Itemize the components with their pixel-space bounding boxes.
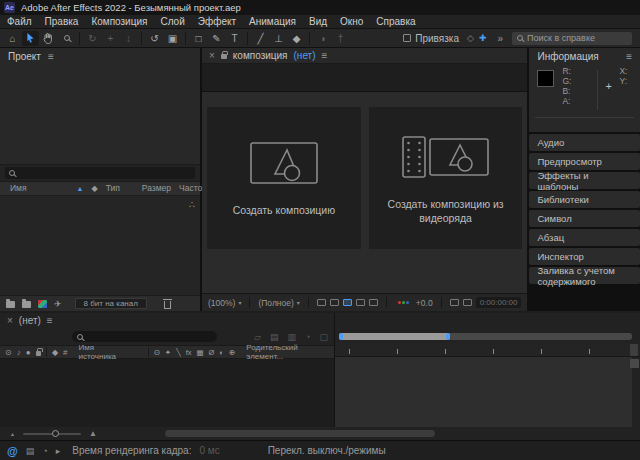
- close-icon[interactable]: ×: [209, 50, 215, 61]
- new-composition-card[interactable]: Создать композицию: [207, 107, 361, 249]
- snap-options-icon[interactable]: ◇: [467, 33, 474, 43]
- solo-icon[interactable]: ●: [26, 348, 31, 357]
- home-icon[interactable]: ⌂: [4, 31, 21, 46]
- menu-animation[interactable]: Анимация: [249, 16, 296, 27]
- quality-switch-icon[interactable]: ╲: [176, 348, 181, 357]
- panel-tab-inspector[interactable]: Инспектор: [529, 248, 640, 265]
- region-of-interest-icon[interactable]: [356, 299, 365, 306]
- timeline-search-input[interactable]: [72, 331, 217, 342]
- info-tab[interactable]: Информация: [537, 51, 598, 62]
- help-search-box[interactable]: [512, 32, 632, 45]
- project-tab[interactable]: Проект: [8, 51, 41, 62]
- 3d-layer-switch-icon[interactable]: ⊕: [229, 348, 235, 357]
- pan-camera-tool-icon[interactable]: +: [102, 31, 119, 46]
- sort-ascending-icon[interactable]: ▲: [77, 185, 84, 192]
- menu-view[interactable]: Вид: [309, 16, 327, 27]
- hand-tool-icon[interactable]: [40, 31, 57, 46]
- frame-blending-icon[interactable]: ◔: [305, 332, 310, 342]
- dolly-camera-tool-icon[interactable]: ↕: [120, 31, 137, 46]
- text-tool-icon[interactable]: T: [226, 31, 243, 46]
- panel-menu-icon[interactable]: ≡: [322, 50, 328, 61]
- label-tag-icon[interactable]: ◆: [92, 184, 98, 193]
- composition-tab-label[interactable]: композиция: [233, 50, 288, 61]
- roto-brush-tool-icon[interactable]: ◑: [314, 31, 331, 46]
- pan-behind-tool-icon[interactable]: ▣: [164, 31, 181, 46]
- menu-effect[interactable]: Эффект: [198, 16, 236, 27]
- rotate-tool-icon[interactable]: ↺: [146, 31, 163, 46]
- zoom-slider-knob[interactable]: [52, 430, 59, 437]
- composition-mini-flowchart-icon[interactable]: ▱: [254, 332, 261, 342]
- label-tag-icon[interactable]: ◆: [52, 348, 58, 357]
- resolution-dropdown[interactable]: (Полное) ▾: [258, 298, 299, 308]
- panel-menu-icon[interactable]: ≡: [47, 315, 53, 326]
- render-graph-icon[interactable]: ▤: [26, 446, 35, 456]
- menu-edit[interactable]: Правка: [45, 16, 79, 27]
- work-area-segment[interactable]: [339, 333, 450, 340]
- vertical-scrollbar[interactable]: [630, 344, 638, 356]
- new-composition-icon[interactable]: [38, 300, 47, 308]
- safe-margins-icon[interactable]: [317, 299, 326, 306]
- close-icon[interactable]: ×: [7, 315, 13, 326]
- menu-composition[interactable]: Композиция: [91, 16, 147, 27]
- draft-3d-icon[interactable]: ▤: [270, 332, 279, 342]
- panel-tab-paragraph[interactable]: Абзац: [529, 229, 640, 246]
- timeline-layer-list[interactable]: [0, 359, 334, 427]
- panel-tab-audio[interactable]: Аудио: [529, 134, 640, 151]
- hide-shy-layers-icon[interactable]: ▥: [288, 332, 297, 342]
- snapshot-camera-icon[interactable]: [450, 299, 459, 306]
- lock-icon[interactable]: [221, 54, 227, 59]
- clone-stamp-tool-icon[interactable]: ⊥: [270, 31, 287, 46]
- puppet-pin-tool-icon[interactable]: †: [332, 31, 349, 46]
- transparency-grid-icon[interactable]: [343, 299, 352, 306]
- snap-checkbox[interactable]: [403, 34, 411, 42]
- zoom-in-mountain-icon[interactable]: ▲: [89, 429, 97, 438]
- collapse-switch-icon[interactable]: ✦: [165, 348, 171, 357]
- work-area-start-handle[interactable]: [339, 333, 343, 340]
- time-ruler[interactable]: [335, 343, 640, 357]
- shy-switch-icon[interactable]: ʘ: [154, 348, 160, 357]
- snap-active-icon[interactable]: ✚: [479, 33, 487, 43]
- column-name[interactable]: Имя: [10, 183, 27, 193]
- panel-tab-content-aware-fill[interactable]: Заливка с учетом содержимого: [529, 267, 640, 284]
- flowchart-status-icon[interactable]: ◔: [42, 446, 47, 456]
- channel-colors-icon[interactable]: [398, 301, 409, 304]
- motion-blur-icon[interactable]: ▢: [319, 332, 328, 342]
- lock-icon[interactable]: [36, 351, 41, 356]
- panel-tab-libraries[interactable]: Библиотеки: [529, 191, 640, 208]
- frame-blend-switch-icon[interactable]: ▦: [197, 348, 204, 357]
- motion-blur-switch-icon[interactable]: Ø: [209, 348, 215, 357]
- menu-file[interactable]: Файл: [7, 16, 32, 27]
- work-area-bar[interactable]: [339, 333, 632, 340]
- brush-tool-icon[interactable]: ╱: [252, 31, 269, 46]
- column-size[interactable]: Размер: [142, 183, 171, 193]
- toolbar-overflow-chevron[interactable]: »: [497, 33, 503, 44]
- playback-status-icon[interactable]: ▸: [56, 446, 61, 456]
- project-settings-icon[interactable]: ✈: [54, 299, 62, 309]
- timeline-tab-label[interactable]: (нет): [19, 315, 41, 326]
- guides-icon[interactable]: [369, 299, 378, 306]
- bit-depth-button[interactable]: 8 бит на канал: [75, 298, 147, 309]
- magnification-dropdown[interactable]: (100%) ▾: [208, 298, 241, 308]
- zoom-tool-icon[interactable]: [58, 31, 75, 46]
- preview-timecode[interactable]: 0:00:00:00: [476, 297, 522, 308]
- menu-layer[interactable]: Слой: [160, 16, 184, 27]
- orbit-camera-tool-icon[interactable]: ↻: [84, 31, 101, 46]
- timeline-track-area[interactable]: [335, 357, 632, 427]
- panel-menu-icon[interactable]: ≡: [48, 51, 54, 62]
- menu-help[interactable]: Справка: [376, 16, 415, 27]
- flowchart-icon[interactable]: ∴: [189, 199, 195, 210]
- help-search-input[interactable]: [527, 33, 627, 43]
- panel-menu-icon[interactable]: ≡: [626, 51, 632, 62]
- trash-icon[interactable]: [164, 301, 171, 309]
- project-search-input[interactable]: [5, 167, 195, 179]
- work-area-end-handle[interactable]: [446, 333, 450, 340]
- menu-window[interactable]: Окно: [340, 16, 363, 27]
- snail-render-icon[interactable]: @: [7, 445, 18, 457]
- column-type[interactable]: Тип: [106, 183, 120, 193]
- audio-speaker-icon[interactable]: ♪: [17, 348, 21, 357]
- rectangle-tool-icon[interactable]: □: [190, 31, 207, 46]
- mask-visibility-icon[interactable]: [330, 299, 339, 306]
- eraser-tool-icon[interactable]: ◆: [288, 31, 305, 46]
- new-composition-from-footage-card[interactable]: Создать композицию из видеоряда: [369, 107, 523, 249]
- project-item-list[interactable]: ∴: [0, 196, 200, 296]
